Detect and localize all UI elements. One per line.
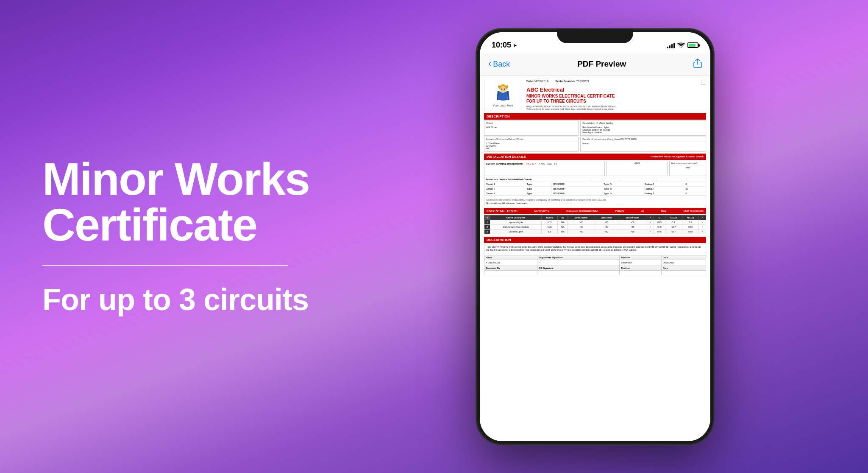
comments-value: No circuit identification on fuseboard. bbox=[486, 202, 704, 204]
back-chevron-icon: ‹ bbox=[488, 59, 491, 68]
location-form-row: Location/Address of Minor Works 1 The Pl… bbox=[484, 137, 706, 152]
share-icon bbox=[693, 59, 702, 68]
description-form-row: Client A N Other Description of Minor Wo… bbox=[484, 120, 706, 136]
risk-field: Risk assessment attached? N/A bbox=[669, 161, 706, 176]
ads-field: ADS bbox=[606, 161, 668, 176]
earthing-row: System earthing arrangement: TN-C-S ✓ TN… bbox=[484, 161, 706, 176]
location-value: 1 The Place Anytown UK bbox=[484, 141, 578, 151]
comments-label: Comments on existing installation, inclu… bbox=[486, 199, 704, 201]
phone-notch bbox=[557, 29, 633, 43]
installation-header: INSTALLATION DETAILS Protective Measures… bbox=[484, 154, 706, 160]
sig-row-1: A ENGINEER ~ Electrician 04/05/2018 bbox=[484, 260, 706, 266]
tests-table: # Circuit Description R1+R2 R2 Line/ neu… bbox=[484, 215, 706, 234]
circuit-table: Protective Device For Modified Circuit C… bbox=[484, 177, 706, 196]
wifi-icon bbox=[677, 42, 685, 48]
location-arrow-icon: ➤ bbox=[513, 42, 517, 48]
right-panel: 10:05 ➤ bbox=[348, 29, 868, 445]
main-title: Minor Works Certificate bbox=[42, 156, 314, 248]
description-header: DESCRIPTION bbox=[484, 113, 706, 120]
electrician-logo-icon bbox=[492, 83, 514, 104]
minor-works-desc-field: Description of Minor Works Replace bathr… bbox=[580, 120, 706, 136]
nav-bar: ‹ Back PDF Preview bbox=[480, 53, 710, 76]
pdf-content[interactable]: Your Logo Here Date 04/05/2018 Serial Nu… bbox=[480, 76, 710, 441]
circuit-row-3: Circuit 3 Type BS 90888 Type B Rating A … bbox=[484, 191, 706, 196]
location-field: Location/Address of Minor Works 1 The Pl… bbox=[484, 137, 579, 152]
declaration-header: DECLARATION bbox=[484, 237, 706, 243]
battery-icon bbox=[687, 42, 698, 48]
logo-area: Your Logo Here bbox=[484, 80, 522, 110]
declaration-text: I / We CERTIFY that the works do not imp… bbox=[484, 244, 706, 253]
svg-point-1 bbox=[500, 86, 506, 93]
sig-label-row: Name Enginneers Signature Position Date bbox=[484, 255, 706, 260]
logo-text: Your Logo Here bbox=[493, 104, 514, 107]
date-label: Date 04/05/2018 bbox=[526, 80, 548, 85]
table-row: 1 Upstairs Lights 0.12 N/A >50 >50 >50 ✓… bbox=[484, 220, 706, 224]
description-field: Client A N Other bbox=[484, 120, 579, 136]
circuit-row-2: Circuit 2 Type BS 90888 Type B Rating A … bbox=[484, 187, 706, 191]
back-label: Back bbox=[493, 60, 510, 69]
qr-placeholder-icon bbox=[701, 80, 706, 85]
circuit-header-row: Protective Device For Modified Circuit bbox=[484, 177, 706, 182]
departures-field: Details of departures, if any, from BS 7… bbox=[580, 137, 706, 152]
phone-frame: 10:05 ➤ bbox=[476, 29, 714, 445]
sig-label-row-2: Reviewed By QS Signature Position Date bbox=[484, 266, 706, 270]
tests-table-header-row: # Circuit Description R1+R2 R2 Line/ neu… bbox=[484, 215, 706, 220]
client-value: A N Other bbox=[484, 125, 578, 135]
svg-point-3 bbox=[504, 88, 505, 90]
desc-values: Replace bathroom light Change socket in … bbox=[581, 125, 706, 135]
earthing-field: System earthing arrangement: TN-C-S ✓ TN… bbox=[484, 161, 605, 176]
cert-title-area: Date 04/05/2018 Serial Number 73839521 A… bbox=[526, 80, 706, 111]
essential-tests-header: ESSENTIAL TESTS Continuity Ω Insulation … bbox=[484, 208, 706, 214]
signature-table: Name Enginneers Signature Position Date … bbox=[484, 255, 706, 275]
share-button[interactable] bbox=[693, 59, 702, 70]
nav-title: PDF Preview bbox=[577, 59, 626, 69]
table-row: 2 1st & Ground Floor Sockets 0.38 N/A >5… bbox=[484, 224, 706, 229]
comments-area: Comments on existing installation, inclu… bbox=[484, 197, 706, 206]
left-panel: Minor Works Certificate For up to 3 circ… bbox=[0, 122, 348, 350]
cert-company-name: ABC Electrical bbox=[526, 87, 706, 93]
svg-point-2 bbox=[501, 88, 503, 90]
title-divider bbox=[42, 265, 288, 266]
table-row: 3 1st Floor Lights 1.8 N/A >50 >50 >50 ✓… bbox=[484, 229, 706, 234]
page-wrapper: Minor Works Certificate For up to 3 circ… bbox=[0, 0, 868, 473]
cert-date-row: Date 04/05/2018 Serial Number 73839521 bbox=[526, 80, 706, 85]
cert-main-title: MINOR WORKS ELECTRICAL CERTIFICATE FOR U… bbox=[526, 94, 706, 104]
ads-value: ADS bbox=[607, 161, 667, 171]
status-icons bbox=[667, 42, 698, 48]
cert-reg-text: REQUIREMENTS FOR ELECTRICAL INSTALLATION… bbox=[526, 105, 706, 111]
departures-value: None bbox=[581, 141, 706, 151]
risk-value: N/A bbox=[670, 165, 706, 176]
cert-header: Your Logo Here Date 04/05/2018 Serial Nu… bbox=[484, 80, 706, 111]
sig-row-2 bbox=[484, 270, 706, 275]
signal-bars-icon bbox=[667, 42, 675, 48]
status-time: 10:05 bbox=[492, 41, 511, 50]
serial-label: Serial Number 73839521 bbox=[555, 80, 590, 85]
phone-screen: 10:05 ➤ bbox=[480, 32, 710, 441]
subtitle: For up to 3 circuits bbox=[42, 283, 314, 316]
back-button[interactable]: ‹ Back bbox=[488, 60, 510, 69]
circuit-row-1: Circuit 1 Type BS 90888 Type B Rating A … bbox=[484, 182, 706, 187]
